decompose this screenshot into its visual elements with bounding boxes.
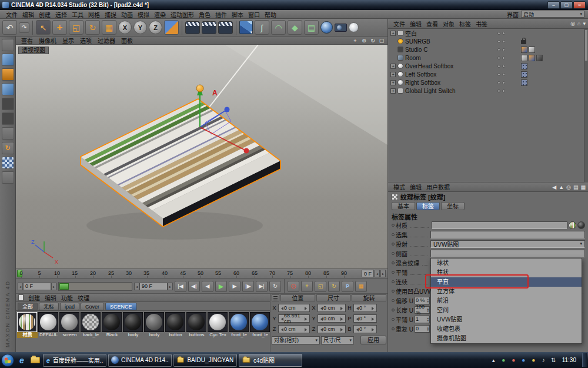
vp-menu-view[interactable]: 查看 [18,36,36,45]
vp-menu-camera[interactable]: 摄像机 [36,36,59,45]
om-dropdown-icon[interactable] [583,21,586,26]
am-list-icon[interactable] [573,184,579,190]
visibility-dots[interactable] [497,48,505,51]
coordinate-system-button[interactable] [164,20,179,35]
compositing-tag-icon[interactable] [521,63,527,69]
add-modeling-button[interactable] [288,20,302,35]
viewport-canvas[interactable]: A Z X 透视视图 [16,45,387,268]
spin-left-icon[interactable] [134,283,139,290]
clock[interactable]: 11:30 [560,357,580,363]
redo-button[interactable] [19,22,29,33]
animation-dot-icon[interactable] [392,243,395,246]
option-cubic[interactable]: 立方体 [431,287,582,296]
animation-dot-icon[interactable] [392,261,395,264]
om-item-right-softbox[interactable]: Right Softbox [388,78,588,87]
menu-edit[interactable]: 编辑 [20,10,36,19]
menu-mograph[interactable]: 运动图形 [168,10,196,19]
rotate-view-icon[interactable] [369,38,376,44]
maximize-button[interactable] [560,1,573,9]
side-field[interactable] [430,250,585,257]
menu-script[interactable]: 脚本 [229,10,246,19]
tray-app-icon[interactable] [500,357,507,363]
position-x-field[interactable]: 0 cm [278,304,310,312]
length-u-field[interactable]: 100 % [415,306,430,314]
tab-basic[interactable]: 基本 [392,202,415,210]
size-mode-dropdown[interactable]: 尺寸/尺 [321,336,354,344]
material-item[interactable]: buttons [186,312,207,338]
projection-dropdown[interactable]: UVW贴图 [430,240,585,248]
spinner-icon[interactable] [427,317,429,321]
add-camera-button[interactable] [335,24,347,32]
visibility-dots[interactable] [497,40,505,43]
animation-dot-icon[interactable] [392,299,395,302]
option-shrink-wrap[interactable]: 收缩包裹 [431,324,582,334]
menu-render[interactable]: 渲染 [152,10,168,19]
model-mode-icon[interactable] [2,54,14,66]
next-frame-button[interactable] [229,281,240,292]
animation-dot-icon[interactable] [392,327,395,330]
add-generator-button[interactable] [271,20,286,35]
material-item[interactable]: body [144,312,165,338]
vp-menu-panel[interactable]: 面板 [118,36,136,45]
spin-right-icon[interactable] [168,283,173,290]
om-scrollbar[interactable] [584,29,588,183]
keyframe-selection-button[interactable] [355,281,367,292]
show-desktop-button[interactable] [582,353,587,367]
spinner-icon[interactable] [427,298,429,303]
previous-frame-button[interactable] [202,281,213,292]
taskbar-button-baidu[interactable]: 百度经验——实用... [43,354,106,367]
zoom-view-icon[interactable] [360,38,368,44]
expand-icon[interactable] [390,88,396,94]
visibility-dots[interactable] [497,89,505,92]
compositing-tag-icon[interactable] [521,71,527,78]
z-axis-knob[interactable] [225,107,230,112]
undo-button[interactable] [2,20,17,35]
coordinate-mode-dropdown[interactable]: 对象(相对) [272,336,320,344]
size-x-field[interactable]: 0 cm [318,304,346,312]
menu-select[interactable]: 选择 [53,10,69,19]
am-search-icon[interactable] [566,184,571,190]
explorer-quicklaunch-icon[interactable] [29,354,41,366]
vp-menu-options[interactable]: 选项 [77,36,95,45]
om-menu-file[interactable]: 文件 [391,19,407,28]
am-history-back-icon[interactable] [552,184,556,190]
animation-dot-icon[interactable] [392,233,395,236]
timeline-slider[interactable] [58,282,132,291]
menu-create[interactable]: 创建 [36,10,53,19]
size-y-field[interactable]: 0 cm [318,314,346,323]
material-item[interactable]: front_le [229,312,249,338]
texture-axis-mode-icon[interactable] [2,142,14,154]
animation-dot-icon[interactable] [392,271,395,274]
option-frontal[interactable]: 前沿 [431,296,582,306]
menu-animate[interactable]: 动画 [119,10,135,19]
mtab-cover[interactable]: Cover [81,303,104,310]
material-item[interactable]: Cyc Tex [208,312,228,338]
next-key-button[interactable] [242,281,254,292]
animation-dot-icon[interactable] [392,318,395,321]
offset-u-field[interactable]: 0 % [415,297,430,304]
go-to-end-button[interactable] [256,281,268,292]
add-mograph-button[interactable] [304,20,319,35]
mm-menu-texture[interactable]: 纹理 [75,293,92,302]
om-home-icon[interactable] [577,21,580,26]
option-spherical[interactable]: 球状 [431,258,582,268]
material-item[interactable]: back_le [81,312,101,338]
x-axis-knob[interactable] [244,148,249,154]
om-menu-tags[interactable]: 标签 [457,19,473,28]
mm-menu-create[interactable]: 创建 [26,293,42,302]
option-spatial[interactable]: 空间 [431,306,582,315]
visibility-dots[interactable] [497,81,505,84]
visibility-dots[interactable] [497,65,505,68]
minimize-button[interactable] [547,1,560,9]
mtab-ipad[interactable]: ipad [60,303,79,310]
am-layout-icon[interactable] [580,184,586,190]
material-item[interactable]: DEFAUL [38,312,59,338]
selection-field[interactable] [430,231,585,238]
mtab-untagged[interactable]: 无标 [39,303,59,310]
tray-app-icon[interactable] [530,357,537,363]
menu-window[interactable]: 窗口 [246,10,262,19]
option-uvw[interactable]: UVW贴图 [431,315,582,324]
animation-dot-icon[interactable] [392,224,395,227]
texture-tag-icon[interactable] [536,55,543,61]
points-mode-icon[interactable] [2,98,14,110]
